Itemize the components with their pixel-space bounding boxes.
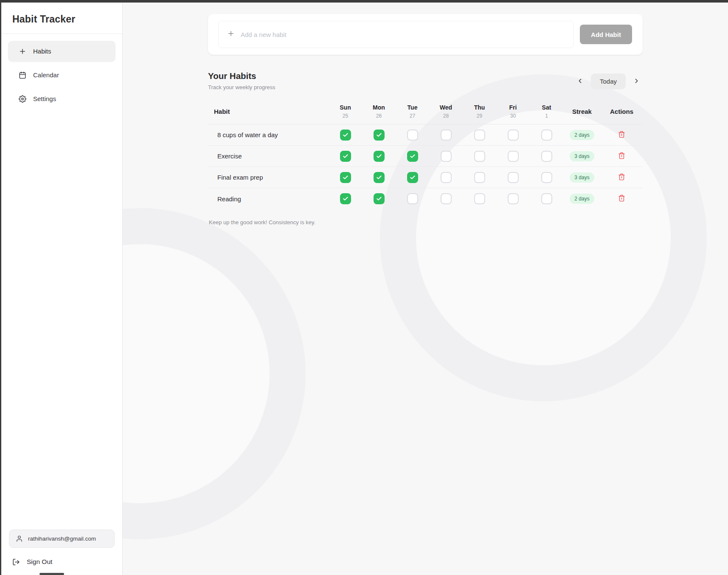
sidebar-item-label: Calendar — [33, 71, 59, 79]
check-cell — [429, 151, 463, 162]
delete-habit-button[interactable] — [618, 131, 625, 139]
day-date: 27 — [396, 113, 429, 119]
user-email-chip: rathiharivansh@gmail.com — [9, 530, 115, 548]
habit-checkbox[interactable] — [407, 193, 418, 204]
habit-checkbox[interactable] — [340, 172, 351, 183]
streak-badge: 3 days — [570, 172, 594, 183]
section-title: Your Habits — [208, 71, 275, 81]
sign-out-button[interactable]: Sign Out — [9, 558, 115, 566]
chevron-right-icon — [633, 77, 640, 86]
habit-checkbox[interactable] — [374, 130, 385, 141]
plus-icon — [19, 48, 26, 55]
habit-checkbox[interactable] — [441, 193, 452, 204]
sidebar-item-label: Settings — [33, 95, 56, 102]
check-cell — [429, 172, 463, 183]
day-name: Sun — [329, 104, 362, 111]
sidebar-item-habits[interactable]: Habits — [8, 41, 115, 62]
habit-checkbox[interactable] — [508, 151, 519, 162]
check-cell — [396, 151, 429, 162]
streak-cell: 3 days — [563, 172, 601, 183]
check-cell — [496, 172, 530, 183]
habit-checkbox[interactable] — [508, 172, 519, 183]
check-cell — [463, 172, 496, 183]
habit-checkbox[interactable] — [374, 172, 385, 183]
day-name: Wed — [429, 104, 463, 111]
action-cell — [601, 194, 643, 203]
trash-icon — [618, 194, 625, 203]
streak-badge: 2 days — [570, 194, 594, 204]
streak-badge: 2 days — [570, 130, 594, 140]
delete-habit-button[interactable] — [618, 194, 625, 203]
habit-checkbox[interactable] — [474, 172, 485, 183]
day-date: 29 — [463, 113, 496, 119]
habit-name: Exercise — [208, 152, 329, 160]
day-name: Mon — [362, 104, 396, 111]
today-button[interactable]: Today — [591, 73, 626, 89]
day-column-header: Wed28 — [429, 104, 463, 119]
check-cell — [496, 130, 530, 141]
habit-checkbox[interactable] — [407, 130, 418, 141]
habit-checkbox[interactable] — [541, 193, 552, 204]
habit-name: Reading — [208, 195, 329, 203]
day-column-header: Thu29 — [463, 104, 496, 119]
main-content: Add Habit Your Habits Track your weekly … — [123, 0, 728, 575]
sidebar-item-settings[interactable]: Settings — [8, 88, 115, 109]
add-habit-button[interactable]: Add Habit — [580, 25, 632, 44]
user-email: rathiharivansh@gmail.com — [28, 536, 96, 542]
habit-checkbox[interactable] — [374, 193, 385, 204]
delete-habit-button[interactable] — [618, 152, 625, 161]
week-navigation: Today — [574, 73, 643, 89]
sidebar-footer: rathiharivansh@gmail.com Sign Out — [1, 530, 122, 575]
delete-habit-button[interactable] — [618, 173, 625, 182]
check-cell — [329, 151, 362, 162]
streak-badge: 3 days — [570, 151, 594, 161]
previous-week-button[interactable] — [574, 75, 587, 88]
day-column-header: Mon26 — [362, 104, 396, 119]
habit-checkbox[interactable] — [407, 172, 418, 183]
check-cell — [396, 130, 429, 141]
check-cell — [463, 193, 496, 204]
habit-checkbox[interactable] — [340, 151, 351, 162]
habit-checkbox[interactable] — [441, 151, 452, 162]
sign-out-label: Sign Out — [27, 558, 52, 566]
habit-checkbox[interactable] — [508, 130, 519, 141]
horizontal-scrollbar-thumb[interactable] — [39, 573, 64, 575]
habit-checkbox[interactable] — [374, 151, 385, 162]
add-habit-input[interactable] — [241, 31, 565, 38]
habit-checkbox[interactable] — [474, 193, 485, 204]
streak-column-header: Streak — [563, 108, 601, 115]
check-cell — [329, 193, 362, 204]
habit-checkbox[interactable] — [508, 193, 519, 204]
habit-checkbox[interactable] — [541, 130, 552, 141]
table-header-row: Habit Sun25Mon26Tue27Wed28Thu29Fri30Sat1… — [208, 104, 643, 124]
habit-checkbox[interactable] — [474, 130, 485, 141]
habit-checkbox[interactable] — [474, 151, 485, 162]
next-week-button[interactable] — [630, 75, 643, 88]
habit-checkbox[interactable] — [541, 172, 552, 183]
action-cell — [601, 152, 643, 161]
check-cell — [362, 151, 396, 162]
habit-checkbox[interactable] — [441, 172, 452, 183]
check-cell — [496, 151, 530, 162]
habit-checkbox[interactable] — [340, 130, 351, 141]
action-cell — [601, 131, 643, 139]
habit-checkbox[interactable] — [541, 151, 552, 162]
day-date: 1 — [530, 113, 563, 119]
check-cell — [530, 172, 563, 183]
streak-cell: 2 days — [563, 130, 601, 140]
sidebar-item-label: Habits — [33, 48, 51, 55]
sidebar-item-calendar[interactable]: Calendar — [8, 65, 115, 85]
habit-checkbox[interactable] — [441, 130, 452, 141]
check-cell — [362, 193, 396, 204]
sidebar-nav: Habits Calendar Settings — [1, 34, 122, 116]
habit-checkbox[interactable] — [407, 151, 418, 162]
check-cell — [329, 172, 362, 183]
check-cell — [463, 151, 496, 162]
streak-cell: 2 days — [563, 194, 601, 204]
day-column-header: Sat1 — [530, 104, 563, 119]
habit-checkbox[interactable] — [340, 193, 351, 204]
trash-icon — [618, 131, 625, 139]
window-top-border — [0, 0, 728, 3]
footer-note: Keep up the good work! Consistency is ke… — [208, 219, 643, 225]
table-row: 8 cups of water a day2 days — [208, 124, 643, 146]
